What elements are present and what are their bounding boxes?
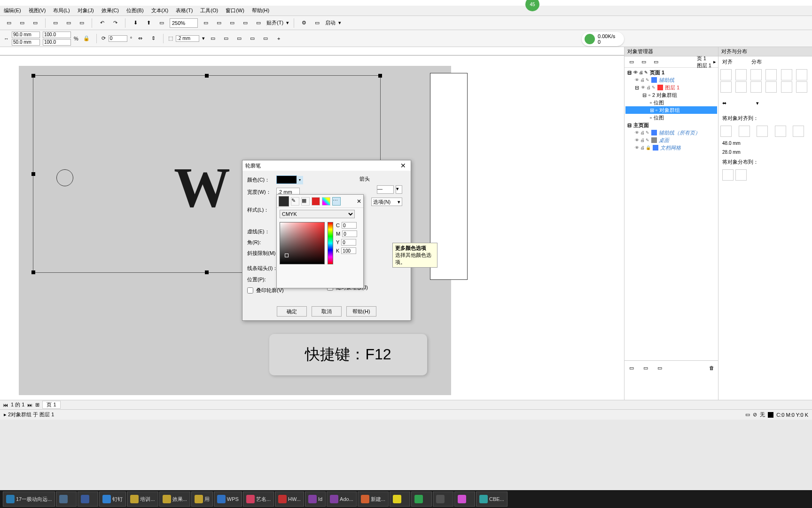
taskbar-item-11[interactable]: Ado... [327,492,357,507]
align-left[interactable] [720,69,732,80]
new-button[interactable]: ▭ [4,18,14,28]
color-field[interactable] [280,222,325,264]
menu-view[interactable]: 视图(V) [29,7,46,14]
align-to-1[interactable] [720,126,732,137]
taskbar-item-4[interactable]: 培训... [127,492,158,507]
overprint-checkbox[interactable] [247,287,253,294]
options-dropdown[interactable]: 选项(N)▾ [371,198,402,206]
menu-help[interactable]: 帮助(H) [252,7,269,14]
canvas[interactable]: W 轮廓笔 ✕ 颜色(C)： 宽度(W)： [0,47,624,400]
page-nav-first[interactable]: ⏮ [3,402,8,408]
taskbar-item-5[interactable]: 效果... [159,492,190,507]
pdf-button[interactable]: ▭ [156,18,167,28]
taskbar-item-14[interactable] [411,492,432,507]
align-to-4[interactable] [775,126,786,137]
c-input[interactable] [342,222,357,229]
more-colors-button[interactable]: ⋯ [332,197,341,206]
obj-dup[interactable]: ▭ [655,363,665,373]
copy-button[interactable]: ▭ [63,18,74,28]
taskbar-item-6[interactable]: 用 [191,492,213,507]
dist-right[interactable] [796,69,807,80]
open-button[interactable]: ▭ [17,18,27,28]
wrap-button[interactable]: ▭ [208,33,218,44]
popup-close-button[interactable]: ✕ [357,198,361,205]
y-input[interactable] [12,39,40,46]
taskbar-item-10[interactable]: Id [305,492,326,507]
mirror-h-button[interactable]: ⇔ [135,33,145,44]
align-button[interactable]: ▭ [234,33,244,44]
paste-button[interactable]: ▭ [77,18,87,28]
align-center-v[interactable] [735,81,747,93]
obj-tool-1[interactable]: ▭ [626,57,637,67]
m-input[interactable] [342,230,357,237]
dialog-titlebar[interactable]: 轮廓笔 ✕ [242,160,411,171]
outline-width-input[interactable] [176,35,199,42]
network-widget[interactable]: 0.00K/s 0 [582,32,624,46]
palette-tool[interactable]: ▦ [301,197,310,206]
dist-top[interactable] [765,81,777,93]
grid-tool[interactable] [322,197,330,206]
taskbar-item-9[interactable]: HW... [275,492,304,507]
page-add[interactable]: ⊞ [35,402,39,408]
no-fill-icon[interactable]: ⊘ [753,412,757,418]
menu-effects[interactable]: 效果(C) [102,7,119,14]
arrow-end-dropdown[interactable]: ▾ [396,185,402,194]
hue-slider[interactable] [328,222,333,264]
dist-to-1[interactable] [722,169,734,181]
menu-edit[interactable]: 编辑(E) [4,7,21,14]
ok-button[interactable]: 确定 [277,306,307,317]
taskbar-item-15[interactable] [433,492,453,507]
obj-menu-button[interactable]: ▸ [713,59,716,65]
convert-button[interactable]: ▭ [260,33,271,44]
page-tab-1[interactable]: 页 1 [42,401,60,409]
taskbar-item-2[interactable] [78,492,98,507]
dist-to-2[interactable] [735,169,747,181]
dist-bottom[interactable] [796,81,807,93]
taskbar-item-16[interactable] [454,492,475,507]
cut-button[interactable]: ▭ [50,18,61,28]
align-top[interactable] [720,81,732,93]
snap-button[interactable]: ▭ [240,18,250,28]
eyedropper-tool[interactable]: ✎ [291,197,299,206]
dist-center-v[interactable] [781,81,792,93]
arrow-start-dropdown[interactable]: — [377,185,394,194]
menu-tools[interactable]: 工具(O) [200,7,218,14]
options-button[interactable]: ⚙ [299,18,309,28]
menu-object[interactable]: 对象(J) [78,7,94,14]
dist-center-h[interactable] [781,69,792,80]
add-button[interactable]: + [273,33,284,44]
scale-y-input[interactable] [43,39,71,46]
launch-icon[interactable]: ▭ [312,18,322,28]
scale-x-input[interactable] [43,32,71,38]
redo-button[interactable]: ↷ [110,18,120,28]
menu-table[interactable]: 表格(T) [176,7,193,14]
taskbar-item-12[interactable]: 新建... [358,492,389,507]
misc-button[interactable]: ▭ [253,18,264,28]
taskbar-item-3[interactable]: 钉钉 [99,492,126,507]
align-to-2[interactable] [739,126,750,137]
cancel-button[interactable]: 取消 [312,306,342,317]
lock-ratio-button[interactable]: 🔒 [81,33,92,44]
align-bottom[interactable] [750,81,762,93]
swatch-tool[interactable] [312,197,320,206]
taskbar-item-0[interactable]: 17一极动向远... [3,492,55,507]
color-model-select[interactable]: CMYK [280,210,355,218]
menu-layout[interactable]: 布局(L) [53,7,70,14]
align-to-5[interactable] [793,126,804,137]
dist-left[interactable] [765,69,777,80]
ungroup-button[interactable]: ▭ [221,33,231,44]
color-dropdown[interactable] [276,175,297,184]
undo-button[interactable]: ↶ [97,18,107,28]
order-button[interactable]: ▭ [247,33,258,44]
snap-dropdown[interactable]: 贴齐(T) [266,19,283,26]
menu-bitmap[interactable]: 位图(B) [126,7,144,14]
rotation-input[interactable] [109,35,127,42]
taskbar-item-8[interactable]: 艺名... [243,492,274,507]
align-to-3[interactable] [757,126,768,137]
page-nav-last[interactable]: ⏭ [27,402,32,408]
text-object-w[interactable]: W [174,155,230,220]
obj-new-master[interactable]: ▭ [640,363,651,373]
guides-button[interactable]: ▭ [227,18,237,28]
launch-dropdown[interactable]: 启动 [325,19,336,26]
fullscreen-button[interactable]: ▭ [201,18,211,28]
